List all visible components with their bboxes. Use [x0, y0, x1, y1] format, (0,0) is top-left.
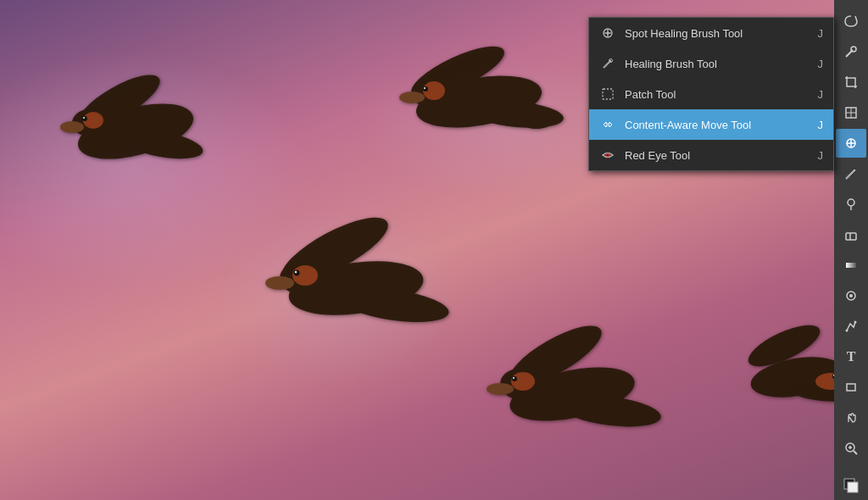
svg-rect-50	[846, 233, 856, 240]
svg-point-71	[607, 154, 609, 156]
menu-item-red-eye[interactable]: Red Eye Tool J	[589, 140, 833, 170]
duck-middle	[246, 203, 466, 347]
toolbar-btn-type[interactable]: T	[836, 342, 866, 371]
svg-point-48	[848, 199, 854, 206]
menu-item-patch-shortcut: J	[818, 88, 824, 101]
toolbar-btn-gradient[interactable]	[836, 251, 866, 280]
toolbar-btn-zoom[interactable]	[836, 434, 866, 463]
menu-item-healing-brush[interactable]: Healing Brush Tool J	[589, 48, 833, 79]
svg-point-16	[424, 87, 426, 89]
toolbar-btn-slice[interactable]	[836, 98, 866, 127]
svg-rect-57	[847, 384, 855, 391]
menu-item-patch[interactable]: Patch Tool J	[589, 79, 833, 109]
svg-point-15	[423, 86, 428, 92]
toolbar-btn-eraser[interactable]	[836, 220, 866, 249]
context-menu: Spot Healing Brush Tool J Healing Brush …	[588, 17, 834, 171]
svg-point-24	[295, 271, 297, 273]
toolbar-btn-dodge[interactable]	[836, 281, 866, 310]
toolbar-btn-lasso[interactable]	[836, 7, 866, 36]
svg-point-41	[851, 47, 856, 52]
healing-brush-icon	[599, 55, 616, 72]
toolbar-btn-hand[interactable]	[836, 403, 866, 432]
svg-point-7	[83, 117, 85, 119]
menu-item-healing-brush-label: Healing Brush Tool	[625, 58, 717, 70]
toolbar-btn-wand[interactable]	[836, 37, 866, 66]
duck-bottom-center	[470, 314, 674, 449]
red-eye-icon	[599, 147, 616, 164]
svg-rect-63	[848, 482, 858, 492]
duck-top-right	[381, 34, 576, 153]
menu-item-spot-healing-label: Spot Healing Brush Tool	[625, 27, 743, 40]
svg-point-29	[487, 383, 514, 395]
menu-item-content-aware-move-label: Content-Aware Move Tool	[625, 119, 751, 131]
menu-item-content-aware-move[interactable]: Content-Aware Move Tool J	[589, 109, 833, 140]
menu-item-spot-healing[interactable]: Spot Healing Brush Tool J	[589, 18, 833, 48]
menu-item-patch-label: Patch Tool	[625, 88, 676, 101]
content-aware-move-icon	[599, 116, 616, 133]
toolbar-btn-healing[interactable]	[836, 129, 866, 158]
svg-point-21	[265, 276, 294, 290]
svg-rect-69	[603, 89, 613, 99]
toolbar-btn-crop[interactable]	[836, 68, 866, 97]
menu-item-content-aware-move-shortcut: J	[818, 119, 824, 131]
patch-icon	[599, 86, 616, 103]
svg-point-31	[512, 376, 517, 381]
svg-point-30	[511, 372, 535, 391]
svg-rect-52	[846, 263, 856, 268]
svg-point-4	[60, 121, 84, 133]
svg-point-13	[399, 92, 425, 103]
svg-point-55	[846, 330, 849, 332]
spot-healing-icon	[599, 25, 616, 42]
menu-item-red-eye-shortcut: J	[818, 149, 824, 162]
svg-point-32	[513, 377, 515, 379]
toolbar-btn-brush[interactable]	[836, 159, 866, 188]
svg-line-59	[854, 451, 857, 454]
svg-point-67	[607, 32, 609, 35]
svg-point-6	[82, 116, 87, 121]
menu-item-red-eye-label: Red Eye Tool	[625, 149, 690, 162]
toolbar-btn-clone[interactable]	[836, 190, 866, 219]
menu-item-healing-brush-shortcut: J	[818, 58, 824, 70]
toolbar-btn-pen[interactable]	[836, 312, 866, 341]
toolbar-btn-fgbg[interactable]	[836, 471, 866, 500]
toolbar-btn-shape[interactable]	[836, 373, 866, 402]
svg-point-56	[854, 321, 857, 324]
toolbar: T	[834, 0, 868, 500]
svg-point-54	[849, 294, 853, 297]
duck-top-left	[51, 59, 237, 186]
menu-item-spot-healing-shortcut: J	[818, 27, 824, 40]
svg-point-23	[294, 270, 300, 276]
